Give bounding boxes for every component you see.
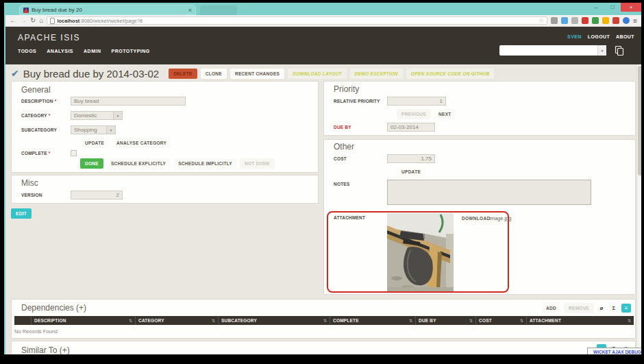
copy-pages-icon[interactable]	[614, 45, 625, 56]
maximize-button[interactable]: □	[604, 3, 621, 12]
page-content: ✔ Buy bread due by 2014-03-02 DELETE CLO…	[5, 64, 641, 354]
sort-icon[interactable]: ⇅	[323, 318, 327, 323]
home-icon[interactable]: ⌂	[39, 17, 43, 24]
select-all-column	[14, 316, 31, 325]
todo-check-icon: ✔	[11, 68, 19, 79]
bookmark-star-icon[interactable]: ☆	[538, 17, 544, 24]
open-source-code-button[interactable]: OPEN SOURCE CODE ON GITHUB	[406, 69, 495, 79]
app-brand[interactable]: APACHE ISIS	[18, 33, 80, 43]
search-input[interactable]	[499, 45, 597, 56]
delete-button[interactable]: DELETE	[169, 69, 197, 79]
recent-changes-button[interactable]: RECENT CHANGES	[230, 69, 284, 79]
column-attachment[interactable]: ATTACHMENT⇅	[526, 316, 634, 325]
forward-icon[interactable]: →	[20, 17, 27, 24]
object-actions: DELETE CLONE RECENT CHANGES DOWNLOAD LAY…	[169, 69, 494, 79]
close-button[interactable]: ×	[621, 3, 641, 12]
done-button[interactable]: DONE	[80, 158, 103, 169]
sort-icon[interactable]: ⇅	[212, 318, 215, 323]
header-search-select[interactable]: ▼	[499, 45, 606, 56]
sort-icon[interactable]: ⇅	[520, 318, 523, 323]
hide-columns-icon[interactable]: ø	[597, 304, 606, 313]
no-records-text: No Records Found	[14, 328, 58, 335]
page-scrollbar[interactable]	[636, 64, 641, 354]
url-host: localhost	[57, 18, 79, 24]
sort-icon[interactable]: ⇅	[628, 318, 631, 323]
subcategory-select[interactable]: Shopping ▼	[71, 125, 116, 134]
extension-icon[interactable]	[582, 17, 589, 24]
cost-label: COST	[334, 156, 387, 161]
url-rest: :8080/wicket/wicket/page?6	[79, 18, 143, 24]
list-view-icon[interactable]: ≡	[621, 304, 631, 313]
column-subcategory[interactable]: SUBCATEGORY⇅	[218, 316, 330, 325]
chevron-down-icon: ▼	[113, 112, 122, 119]
remove-button: REMOVE	[564, 303, 594, 313]
app-menu: TODOS ANALYSIS ADMIN PROTOTYPING	[18, 49, 150, 53]
minimize-button[interactable]: –	[588, 3, 604, 12]
column-category[interactable]: CATEGORY⇅	[135, 316, 218, 325]
scrollbar-thumb[interactable]	[638, 66, 641, 175]
update-cost-button[interactable]: UPDATE	[397, 167, 425, 177]
menu-item-todos[interactable]: TODOS	[18, 49, 36, 53]
previous-button: PREVIOUS	[397, 109, 431, 119]
schedule-implicitly-button[interactable]: SCHEDULE IMPLICITLY	[173, 158, 237, 169]
page-icon	[50, 18, 55, 24]
sort-icon[interactable]: ⇅	[469, 318, 473, 323]
extension-icon[interactable]	[561, 17, 568, 24]
dependencies-heading: Dependencies (+)	[21, 303, 86, 313]
summary-icon[interactable]: Σ	[609, 304, 619, 313]
extension-icon[interactable]	[551, 17, 558, 24]
complete-label: COMPLETE *	[21, 151, 71, 156]
sort-icon[interactable]: ⇅	[409, 318, 412, 323]
user-name-link[interactable]: SVEN	[567, 34, 582, 39]
add-button[interactable]: ADD	[541, 303, 561, 313]
menu-item-analysis[interactable]: ANALYSIS	[47, 49, 73, 53]
clone-button[interactable]: CLONE	[201, 69, 227, 79]
description-input[interactable]	[71, 97, 186, 106]
download-layout-button[interactable]: DOWNLOAD LAYOUT	[288, 69, 347, 79]
priority-panel: Priority RELATIVE PRIORITY PREVIOUS NEXT…	[323, 81, 636, 136]
update-button[interactable]: UPDATE	[80, 138, 109, 148]
logout-link[interactable]: LOGOUT	[588, 34, 610, 39]
menu-item-prototyping[interactable]: PROTOTYPING	[111, 49, 149, 53]
column-cost[interactable]: COST⇅	[475, 316, 526, 325]
extension-icon[interactable]	[592, 17, 599, 24]
back-icon[interactable]: ←	[10, 17, 16, 24]
tab-title: Buy bread due by 20	[32, 7, 186, 13]
wicket-ajax-debug-link[interactable]: WICKET AJAX DEBUG	[587, 348, 641, 354]
edit-button[interactable]: EDIT	[11, 208, 32, 219]
extension-icon[interactable]	[623, 17, 630, 24]
object-title-row: ✔ Buy bread due by 2014-03-02 DELETE CLO…	[11, 66, 494, 81]
tab-close-icon[interactable]: ×	[188, 7, 192, 14]
extension-icon[interactable]	[571, 17, 578, 24]
browser-menu-icon[interactable]: ≡	[633, 17, 637, 25]
other-panel: Other COST UPDATE NOTES ATTACHMENT	[323, 139, 636, 295]
column-due-by[interactable]: DUE BY⇅	[415, 316, 475, 325]
column-description[interactable]: DESCRIPTION⇅	[31, 316, 135, 325]
notes-textarea[interactable]	[387, 180, 591, 205]
next-button[interactable]: NEXT	[434, 109, 456, 119]
chevron-down-icon[interactable]: ▼	[597, 45, 606, 56]
extension-icon[interactable]	[602, 17, 609, 24]
new-tab-button[interactable]	[200, 5, 237, 15]
menu-item-admin[interactable]: ADMIN	[84, 49, 101, 53]
demo-exception-button[interactable]: DEMO EXCEPTION	[350, 69, 403, 79]
due-by-input[interactable]	[387, 123, 435, 132]
version-input	[71, 191, 123, 199]
url-text[interactable]: localhost:8080/wicket/wicket/page?6	[57, 18, 536, 24]
address-bar[interactable]: localhost:8080/wicket/wicket/page?6 ☆	[47, 16, 547, 25]
reload-icon[interactable]: ↻	[30, 17, 36, 24]
attachment-filename[interactable]: image.jpg	[489, 215, 512, 221]
not-done-button: NOT DONE	[240, 158, 275, 169]
analyse-category-button[interactable]: ANALYSE CATEGORY	[112, 138, 171, 148]
page-title: Buy bread due by 2014-03-02	[23, 68, 159, 80]
extension-icon[interactable]	[612, 17, 619, 24]
similar-to-heading: Similar To (+)	[21, 345, 70, 354]
complete-checkbox[interactable]	[71, 150, 77, 156]
column-complete[interactable]: COMPLETE⇅	[330, 316, 415, 325]
attachment-image[interactable]	[387, 213, 454, 291]
about-link[interactable]: ABOUT	[616, 34, 634, 39]
sort-icon[interactable]: ⇅	[129, 318, 132, 323]
schedule-explicitly-button[interactable]: SCHEDULE EXPLICITLY	[106, 158, 171, 169]
browser-tab[interactable]: Buy bread due by 20 ×	[19, 5, 196, 15]
category-select[interactable]: Domestic ▼	[71, 111, 123, 120]
